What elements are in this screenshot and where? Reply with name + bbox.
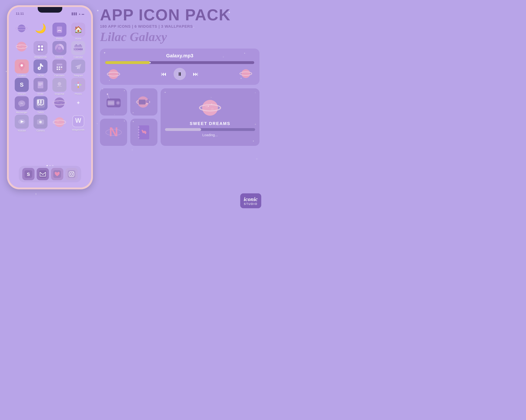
camera-star: ✦ bbox=[132, 112, 134, 114]
app-item-shazam[interactable]: S Shazam bbox=[13, 78, 31, 95]
sweet-dreams-title: SWEET DREAMS bbox=[190, 121, 230, 126]
wifi-icon: ▲ bbox=[78, 12, 81, 15]
star-deco: ✧ bbox=[132, 149, 133, 151]
app-item-pink-planet[interactable] bbox=[13, 41, 31, 58]
photos-icon bbox=[71, 78, 85, 92]
sweet-dreams-progress-bg bbox=[165, 128, 255, 131]
app-item-telegram[interactable]: Telegram bbox=[70, 60, 87, 77]
tiktok-label: TikTok bbox=[37, 74, 44, 77]
prev-button[interactable]: ⏮ bbox=[161, 71, 167, 77]
moon-icon: 🌙 bbox=[33, 23, 48, 34]
tiktok-icon bbox=[33, 60, 48, 73]
camera-label: Camera bbox=[36, 129, 45, 132]
svg-rect-85 bbox=[108, 103, 114, 103]
widgetsmith2-label: Widgetsmith bbox=[72, 129, 84, 131]
app-item-snapchat[interactable]: Snapchat bbox=[51, 78, 68, 95]
svg-rect-11 bbox=[38, 49, 40, 51]
svg-rect-29 bbox=[57, 69, 58, 70]
app-item-location[interactable]: Location bbox=[13, 60, 31, 77]
app-item-planet2[interactable] bbox=[51, 96, 68, 114]
phonebook-widget[interactable]: ✦ bbox=[130, 119, 157, 146]
sweet-dreams-progress-fill bbox=[165, 128, 201, 131]
svg-rect-86 bbox=[108, 104, 114, 104]
svg-rect-27 bbox=[59, 66, 60, 68]
radio-star: ✦ bbox=[124, 90, 125, 92]
svg-text:N: N bbox=[109, 125, 118, 139]
messenger-label: Messenger bbox=[16, 111, 27, 114]
svg-text:✦: ✦ bbox=[207, 105, 209, 108]
location-icon bbox=[15, 60, 29, 73]
app-item-photos[interactable]: Photos bbox=[70, 78, 87, 95]
dock-shazam[interactable]: S bbox=[22, 168, 35, 180]
pack-name: Lilac Galaxy bbox=[100, 30, 260, 44]
app-item-phone[interactable]: Phone bbox=[51, 23, 68, 40]
netflix-widget[interactable]: ✦ N bbox=[100, 119, 127, 146]
next-button[interactable]: ⏭ bbox=[193, 71, 199, 77]
svg-rect-12 bbox=[41, 49, 43, 51]
dock-instagram[interactable] bbox=[65, 168, 78, 180]
app-item-chrome[interactable]: Chrome bbox=[51, 41, 68, 58]
bottom-widgets: ✦ ✦ bbox=[100, 88, 260, 146]
svg-rect-28 bbox=[61, 66, 62, 68]
app-item-widgetsmith2[interactable]: W Widgetsmith bbox=[70, 115, 87, 132]
status-time: 11:11 bbox=[16, 12, 24, 16]
svg-text:S: S bbox=[27, 172, 30, 177]
calendar-label: Calendar bbox=[74, 56, 83, 58]
dock-gmail[interactable] bbox=[37, 168, 49, 180]
pack-subtitle: 180 APP ICONS | 6 WIDGETS | 3 WALLPAPERS bbox=[100, 24, 260, 29]
svg-rect-2 bbox=[57, 27, 62, 33]
music-star-1: ✦ bbox=[103, 51, 106, 55]
app-item-moon[interactable]: 🌙 bbox=[32, 23, 50, 40]
music-progress-bar[interactable]: ★ bbox=[105, 61, 254, 64]
svg-point-51 bbox=[56, 100, 59, 102]
dock-heart[interactable] bbox=[51, 168, 63, 180]
app-item-camera[interactable]: Camera bbox=[32, 115, 50, 132]
phone-notch bbox=[38, 7, 62, 13]
svg-rect-60 bbox=[39, 119, 40, 120]
svg-point-61 bbox=[55, 117, 64, 127]
telegram-label: Telegram bbox=[74, 74, 83, 77]
svg-point-41 bbox=[58, 82, 61, 86]
phone-app-label: Phone bbox=[56, 37, 63, 40]
widgetsmith-label: Widgetsmith bbox=[34, 56, 47, 58]
app-item-kindle[interactable]: kindle bbox=[32, 78, 50, 95]
app-item-messenger[interactable]: Messenger bbox=[13, 96, 31, 114]
small-widgets-grid: ✦ ✦ bbox=[100, 88, 157, 146]
svg-point-0 bbox=[18, 25, 25, 32]
music-star-3: ✦ bbox=[109, 80, 110, 81]
svg-point-6 bbox=[19, 44, 21, 46]
status-icons: ▋▋▋ ▲ ▬ bbox=[72, 12, 84, 15]
svg-point-7 bbox=[22, 47, 24, 48]
svg-text:✦: ✦ bbox=[211, 103, 212, 105]
phone-dock: S bbox=[19, 166, 81, 182]
app-row-4: S Shazam bbox=[11, 78, 89, 95]
svg-point-49 bbox=[54, 98, 65, 108]
sweet-dreams-widget: ✦ ✧ ✦ ✦ ✦ SWEET DREAMS Loading... bbox=[161, 88, 260, 146]
radio-widget[interactable]: ✦ bbox=[100, 88, 127, 116]
app-item-youtube[interactable]: Youtube bbox=[13, 115, 31, 132]
telegram-icon bbox=[71, 60, 85, 73]
brand-name: iconic bbox=[244, 196, 258, 202]
svg-text:S: S bbox=[20, 81, 23, 88]
app-item-tiktok[interactable]: TikTok bbox=[32, 60, 50, 77]
phone-screen: 11:11 ▋▋▋ ▲ ▬ bbox=[9, 7, 91, 188]
app-item-planet3[interactable] bbox=[51, 115, 68, 132]
planet3-icon bbox=[52, 115, 66, 128]
svg-point-102 bbox=[211, 108, 214, 110]
battery-icon: ▬ bbox=[82, 12, 84, 15]
pause-button[interactable]: ⏸ bbox=[173, 68, 186, 80]
kindle-icon bbox=[33, 78, 48, 92]
sd-star-2: ✧ bbox=[255, 92, 256, 94]
twitch-icon bbox=[33, 96, 48, 110]
app-item-widgetsmith[interactable]: Widgetsmith bbox=[32, 41, 50, 58]
app-item-home[interactable]: 🏠 Home bbox=[70, 23, 87, 40]
app-item-twitch[interactable]: Twitch bbox=[32, 96, 50, 114]
app-item-saturn[interactable] bbox=[13, 23, 31, 40]
app-item-calendar[interactable]: DECEMBER Calendar bbox=[70, 41, 87, 58]
camera-widget[interactable]: ✦ bbox=[130, 88, 157, 116]
svg-point-81 bbox=[117, 102, 119, 104]
app-item-calculator[interactable]: Calculator bbox=[51, 60, 68, 77]
svg-point-73 bbox=[73, 172, 74, 173]
netflix-star: ✦ bbox=[124, 120, 125, 122]
music-widget: ✦ ✦ ✦ ✧ ✦ Galaxy.mp3 ★ ⏮ ⏸ bbox=[100, 49, 260, 85]
